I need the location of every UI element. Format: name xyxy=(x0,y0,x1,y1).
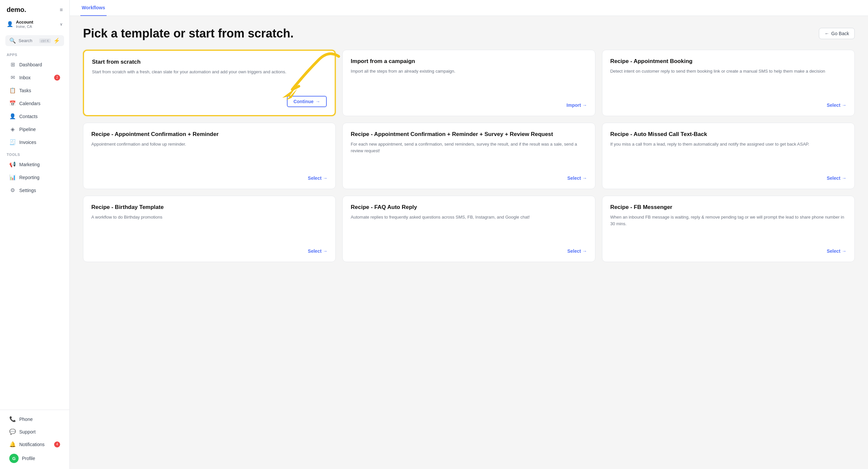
sidebar-item-label: Dashboard xyxy=(19,62,42,67)
sidebar-item-invoices[interactable]: 🧾 Invoices xyxy=(3,136,67,148)
continue-label: Continue xyxy=(293,99,314,104)
card-description: Import all the steps from an already exi… xyxy=(351,68,587,96)
menu-icon[interactable]: ≡ xyxy=(60,7,63,13)
template-card-appointment-booking[interactable]: Recipe - Appointment Booking Detect inte… xyxy=(602,50,855,116)
card-description: A workflow to do Birthday promotions xyxy=(91,214,328,242)
card-description: Start from scratch with a fresh, clean s… xyxy=(92,69,327,89)
pipeline-icon: ◈ xyxy=(9,126,16,132)
inbox-badge: 2 xyxy=(54,75,60,80)
arrow-right-icon: → xyxy=(315,99,320,104)
card-title: Recipe - Birthday Template xyxy=(91,204,328,211)
main-content: Workflows Pick a template or start from … xyxy=(70,0,868,469)
reporting-icon: 📊 xyxy=(9,174,16,180)
template-card-scratch[interactable]: Start from scratch Start from scratch wi… xyxy=(83,50,336,116)
arrow-right-icon: → xyxy=(583,175,587,181)
sidebar-item-label: Support xyxy=(19,429,35,435)
invoices-icon: 🧾 xyxy=(9,139,16,145)
template-card-import[interactable]: Import from a campaign Import all the st… xyxy=(342,50,595,116)
support-icon: 💬 xyxy=(9,429,16,435)
contacts-icon: 👤 xyxy=(9,113,16,120)
arrow-right-icon: → xyxy=(842,175,846,181)
settings-icon: ⚙ xyxy=(9,187,16,193)
chevron-down-icon: ∨ xyxy=(60,22,63,27)
continue-button[interactable]: Continue → xyxy=(287,96,327,107)
arrow-right-icon: → xyxy=(583,248,587,254)
template-card-birthday[interactable]: Recipe - Birthday Template A workflow to… xyxy=(83,196,336,262)
import-label: Import xyxy=(566,102,581,108)
card-action: Continue → xyxy=(92,96,327,107)
select-link[interactable]: Select → xyxy=(827,175,846,181)
select-link[interactable]: Select → xyxy=(308,175,328,181)
sidebar-item-calendars[interactable]: 📅 Calendars xyxy=(3,97,67,109)
sidebar-item-label: Calendars xyxy=(19,101,40,106)
sidebar-item-inbox[interactable]: ✉ Inbox 2 xyxy=(3,71,67,83)
page-title: Pick a template or start from scratch. xyxy=(83,27,293,40)
sidebar-item-settings[interactable]: ⚙ Settings xyxy=(3,184,67,196)
sidebar-item-tasks[interactable]: 📋 Tasks xyxy=(3,84,67,97)
sidebar-item-contacts[interactable]: 👤 Contacts xyxy=(3,110,67,123)
card-title: Recipe - Appointment Booking xyxy=(610,58,846,65)
select-link[interactable]: Select → xyxy=(567,175,587,181)
tools-section-label: Tools xyxy=(0,148,69,158)
card-action: Import → xyxy=(351,102,587,108)
select-link[interactable]: Select → xyxy=(308,248,328,254)
card-title: Recipe - Auto Missed Call Text-Back xyxy=(610,131,846,138)
template-card-fb-messenger[interactable]: Recipe - FB Messenger When an inbound FB… xyxy=(602,196,855,262)
sidebar: demo. ≡ 👤 Account Irvine, CA ∨ 🔍 Search … xyxy=(0,0,70,469)
sidebar-item-label: Settings xyxy=(19,188,36,193)
card-title: Import from a campaign xyxy=(351,58,587,65)
marketing-icon: 📢 xyxy=(9,161,16,168)
card-action: Select → xyxy=(351,175,587,181)
apps-section-label: Apps xyxy=(0,49,69,58)
sidebar-item-dashboard[interactable]: ⊞ Dashboard xyxy=(3,58,67,71)
sidebar-item-support[interactable]: 💬 Support xyxy=(3,426,67,438)
workflows-tab[interactable]: Workflows xyxy=(80,0,106,16)
import-link[interactable]: Import → xyxy=(566,102,587,108)
template-card-appt-survey[interactable]: Recipe - Appointment Confirmation + Remi… xyxy=(342,123,595,189)
sidebar-item-profile[interactable]: G Profile xyxy=(3,451,67,466)
go-back-label: Go Back xyxy=(831,31,849,36)
sidebar-item-notifications[interactable]: 🔔 Notifications 4 xyxy=(3,438,67,450)
phone-icon: 📞 xyxy=(9,416,16,422)
arrow-right-icon: → xyxy=(323,248,328,254)
card-title: Recipe - FAQ Auto Reply xyxy=(351,204,587,211)
avatar: G xyxy=(9,454,19,463)
select-link[interactable]: Select → xyxy=(827,248,846,254)
sidebar-item-label: Invoices xyxy=(19,140,36,145)
bolt-icon: ⚡ xyxy=(54,37,60,44)
select-link[interactable]: Select → xyxy=(567,248,587,254)
select-label: Select xyxy=(827,102,840,108)
select-label: Select xyxy=(827,248,840,254)
sidebar-item-pipeline[interactable]: ◈ Pipeline xyxy=(3,123,67,135)
card-action: Select → xyxy=(610,248,846,254)
go-back-button[interactable]: ← Go Back xyxy=(819,28,855,39)
account-switcher[interactable]: 👤 Account Irvine, CA ∨ xyxy=(0,17,69,33)
logo-text: demo. xyxy=(7,6,26,13)
card-action: Select → xyxy=(351,248,587,254)
select-label: Select xyxy=(567,175,581,181)
template-card-faq[interactable]: Recipe - FAQ Auto Reply Automate replies… xyxy=(342,196,595,262)
tasks-icon: 📋 xyxy=(9,87,16,94)
card-description: For each new appointment, send a confirm… xyxy=(351,141,587,169)
arrow-right-icon: → xyxy=(842,248,846,254)
card-description: Detect intent on customer reply to send … xyxy=(610,68,846,96)
dashboard-icon: ⊞ xyxy=(9,61,16,68)
template-card-appt-confirmation[interactable]: Recipe - Appointment Confirmation + Remi… xyxy=(83,123,336,189)
card-description: If you miss a call from a lead, reply to… xyxy=(610,141,846,169)
sidebar-item-label: Marketing xyxy=(19,162,39,167)
select-label: Select xyxy=(308,175,321,181)
sidebar-item-marketing[interactable]: 📢 Marketing xyxy=(3,158,67,170)
sidebar-item-phone[interactable]: 📞 Phone xyxy=(3,413,67,425)
notifications-icon: 🔔 xyxy=(9,441,16,447)
content-area: Pick a template or start from scratch. ←… xyxy=(70,16,868,469)
template-card-missed-call[interactable]: Recipe - Auto Missed Call Text-Back If y… xyxy=(602,123,855,189)
arrow-right-icon: → xyxy=(842,102,846,108)
select-label: Select xyxy=(567,248,581,254)
card-action: Select → xyxy=(91,175,328,181)
account-info: Account Irvine, CA xyxy=(16,20,57,29)
sidebar-item-reporting[interactable]: 📊 Reporting xyxy=(3,171,67,183)
sidebar-item-label: Notifications xyxy=(19,442,44,447)
search-bar[interactable]: 🔍 Search ctrl K ⚡ xyxy=(5,35,64,46)
select-link[interactable]: Select → xyxy=(827,102,846,108)
select-label: Select xyxy=(308,248,321,254)
